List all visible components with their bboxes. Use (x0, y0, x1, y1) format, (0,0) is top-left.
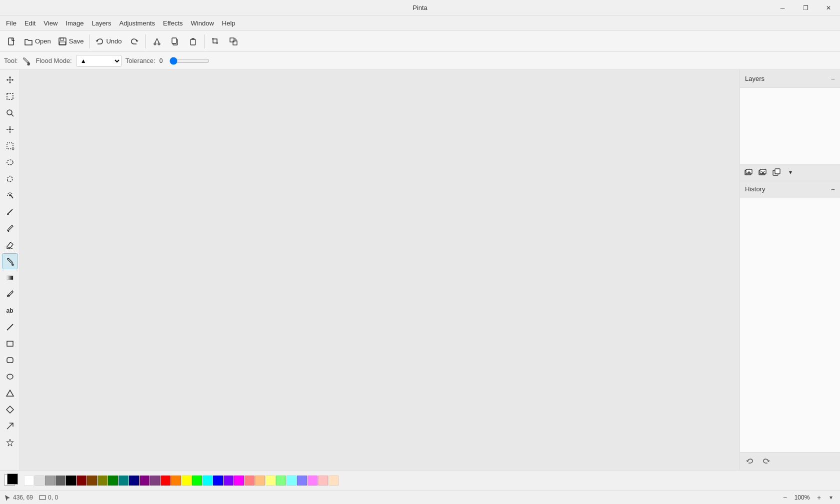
foreground-color-swatch[interactable] (7, 474, 18, 485)
layers-panel-content (740, 88, 840, 164)
line-tool[interactable] (2, 319, 18, 335)
palette-color-darkred[interactable] (76, 476, 86, 486)
palette-color-darkorange[interactable] (87, 476, 97, 486)
diamond-shape-tool[interactable] (2, 402, 18, 418)
brush-tool[interactable] (2, 220, 18, 236)
palette-color-gray[interactable] (45, 476, 55, 486)
menu-view[interactable]: View (40, 17, 62, 29)
palette-color-red[interactable] (160, 476, 170, 486)
cut-button[interactable] (148, 33, 166, 50)
menu-file[interactable]: File (2, 17, 20, 29)
menu-help[interactable]: Help (218, 17, 240, 29)
restore-button[interactable]: ❐ (794, 0, 817, 16)
palette-color-lightgreen[interactable] (276, 476, 286, 486)
title-bar: Pinta ─ ❐ ✕ (0, 0, 840, 16)
rectangle-shape-tool[interactable] (2, 336, 18, 352)
open-button[interactable]: Open (21, 35, 54, 48)
palette-color-lightred[interactable] (244, 476, 254, 486)
delete-layer-button[interactable] (756, 166, 769, 179)
close-button[interactable]: ✕ (817, 0, 840, 16)
undo-button[interactable]: Undo (92, 35, 124, 48)
triangle-shape-tool[interactable] (2, 385, 18, 401)
menu-layers[interactable]: Layers (88, 17, 115, 29)
flood-mode-label: Flood Mode: (36, 57, 72, 64)
rect-select-tool[interactable] (2, 88, 18, 104)
minimize-button[interactable]: ─ (771, 0, 794, 16)
palette-color-white[interactable] (24, 476, 34, 486)
palette-color-lightpink[interactable] (308, 476, 318, 486)
layers-panel-minimize[interactable]: − (831, 75, 835, 83)
palette-color-darkpink[interactable] (150, 476, 160, 486)
palette-color-black[interactable] (66, 476, 76, 486)
zoom-out-button[interactable]: − (780, 493, 790, 503)
palette-color-cyan[interactable] (202, 476, 212, 486)
paste-button[interactable] (184, 33, 202, 50)
eraser-tool[interactable] (2, 237, 18, 253)
canvas-area[interactable] (20, 70, 740, 470)
palette-color-orange[interactable] (171, 476, 181, 486)
text-tool[interactable]: ab (2, 303, 18, 319)
duplicate-layer-button[interactable] (770, 166, 783, 179)
palette-color-darkblue[interactable] (129, 476, 139, 486)
tolerance-label: Tolerance: (126, 57, 156, 64)
color-swatch-wrapper[interactable] (4, 474, 20, 488)
menu-adjustments[interactable]: Adjustments (115, 17, 159, 29)
palette-color-lightyellow[interactable] (266, 476, 276, 486)
palette-color-darkgreen[interactable] (108, 476, 118, 486)
palette-color-magenta[interactable] (234, 476, 244, 486)
pan-tool[interactable] (2, 121, 18, 137)
pencil-tool[interactable] (2, 204, 18, 220)
palette-color-palerose[interactable] (318, 476, 328, 486)
rounded-rect-shape-tool[interactable] (2, 352, 18, 368)
resize-button[interactable] (225, 33, 242, 50)
zoom-dropdown-button[interactable]: ▾ (826, 493, 836, 503)
status-bar: 436, 69 0, 0 − 100% + ▾ (0, 490, 840, 504)
add-layer-button[interactable] (742, 166, 755, 179)
palette-color-darkcyan[interactable] (118, 476, 128, 486)
palette-color-purple[interactable] (224, 476, 234, 486)
move-selected-tool[interactable] (2, 72, 18, 88)
copy-button[interactable] (166, 33, 184, 50)
gradient-tool[interactable] (2, 270, 18, 286)
menu-window[interactable]: Window (187, 17, 218, 29)
palette-color-lightcyan[interactable] (286, 476, 296, 486)
palette-color-lightblue[interactable] (297, 476, 307, 486)
history-undo-button[interactable] (743, 455, 757, 469)
flood-mode-select[interactable]: ▲ Contiguous Global (76, 55, 122, 67)
lasso-rect-tool[interactable] (2, 138, 18, 154)
new-button[interactable] (3, 33, 20, 50)
svg-line-6 (155, 38, 157, 43)
zoom-tool[interactable] (2, 105, 18, 121)
layers-toolbar: ▾ (740, 164, 840, 180)
more-layers-button[interactable]: ▾ (784, 166, 797, 179)
palette-color-olive[interactable] (98, 476, 108, 486)
palette-color-lightorange[interactable] (255, 476, 265, 486)
ellipse-shape-tool[interactable] (2, 369, 18, 385)
magic-wand-tool[interactable] (2, 187, 18, 203)
palette-color-lightgray[interactable] (34, 476, 44, 486)
palette-color-green[interactable] (192, 476, 202, 486)
history-redo-button[interactable] (759, 455, 773, 469)
menu-image[interactable]: Image (62, 17, 88, 29)
tolerance-slider[interactable] (170, 57, 210, 65)
svg-point-38 (7, 374, 13, 379)
palette-color-darkgray[interactable] (56, 476, 66, 486)
history-panel-minimize[interactable]: − (831, 185, 835, 193)
menu-edit[interactable]: Edit (20, 17, 40, 29)
lasso-free-tool[interactable] (2, 171, 18, 187)
ellipse-select-tool[interactable] (2, 154, 18, 170)
palette-color-blue[interactable] (213, 476, 223, 486)
color-picker-tool[interactable] (2, 286, 18, 302)
palette-color-darkpurple[interactable] (140, 476, 150, 486)
palette-color-peach[interactable] (328, 476, 338, 486)
palette-color-yellow[interactable] (182, 476, 192, 486)
paint-bucket-tool[interactable] (2, 253, 18, 269)
crop-button[interactable] (207, 33, 224, 50)
redo-button[interactable] (126, 33, 143, 50)
menu-effects[interactable]: Effects (159, 17, 187, 29)
svg-line-19 (12, 114, 14, 116)
star-shape-tool[interactable] (2, 435, 18, 451)
arrow-shape-tool[interactable] (2, 418, 18, 434)
zoom-in-button[interactable]: + (814, 493, 824, 503)
save-button[interactable]: Save (55, 35, 87, 48)
